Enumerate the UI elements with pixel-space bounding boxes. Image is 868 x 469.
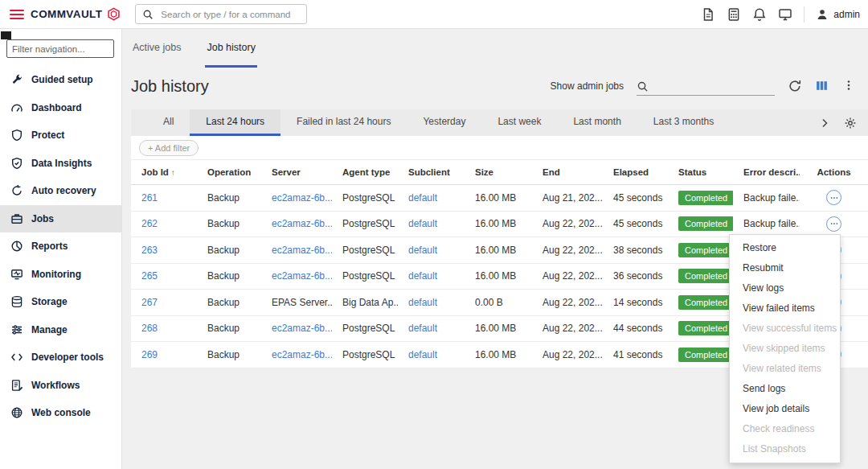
filter-tab-yesterday[interactable]: Yesterday	[407, 109, 481, 136]
error-description-cell: Backup faile...	[733, 218, 800, 229]
job-id-link[interactable]: 262	[141, 218, 158, 229]
add-filter-button[interactable]: + Add filter	[139, 140, 199, 156]
elapsed-cell: 44 seconds	[603, 323, 668, 334]
search-icon	[637, 80, 649, 93]
refresh-icon[interactable]	[788, 79, 802, 93]
column-header-job-id[interactable]: Job Id ↑	[131, 167, 197, 177]
kebab-menu-icon[interactable]	[842, 79, 857, 93]
job-id-link[interactable]: 265	[141, 270, 158, 282]
server-link[interactable]: ec2amaz-6b...	[272, 323, 332, 334]
column-header-subclient[interactable]: Subclient	[398, 167, 465, 177]
server-link[interactable]: ec2amaz-6b...	[272, 270, 332, 282]
sidebar-item-manage[interactable]: Manage	[0, 316, 121, 344]
subclient-link[interactable]: default	[408, 218, 437, 229]
column-header-size[interactable]: Size	[465, 167, 532, 177]
grid-icon[interactable]	[727, 7, 741, 22]
menu-item-resubmit[interactable]: Resubmit	[730, 258, 840, 278]
command-search-input[interactable]	[159, 9, 300, 20]
sidebar-item-web-console[interactable]: Web console	[0, 399, 121, 427]
menu-item-restore[interactable]: Restore	[730, 238, 840, 258]
subclient-link[interactable]: default	[408, 297, 437, 308]
sort-ascending-icon: ↑	[169, 168, 175, 177]
agent-type-cell: PostgreSQL	[332, 349, 398, 360]
job-id-link[interactable]: 261	[141, 192, 158, 204]
size-cell: 16.00 MB	[465, 218, 532, 229]
job-id-link[interactable]: 268	[141, 323, 158, 334]
filter-tab-all[interactable]: All	[147, 109, 190, 136]
command-search[interactable]	[135, 4, 307, 24]
menu-item-view-successful-items: View successful items	[730, 319, 840, 339]
sidebar-item-developer-tools[interactable]: Developer tools	[0, 344, 121, 372]
menu-item-check-readiness: Check readiness	[730, 419, 840, 439]
gear-icon[interactable]	[844, 117, 857, 130]
sidebar-item-label: Guided setup	[31, 74, 93, 85]
agent-type-cell: PostgreSQL	[332, 270, 398, 282]
filter-tab-last-3-months[interactable]: Last 3 months	[637, 109, 730, 136]
shield-icon	[10, 129, 23, 142]
chevron-right-icon[interactable]	[818, 117, 831, 130]
monitor-icon[interactable]	[778, 7, 792, 22]
filter-navigation-input[interactable]	[6, 39, 114, 58]
show-admin-jobs-toggle[interactable]: Show admin jobs	[551, 80, 624, 92]
hamburger-menu-icon[interactable]	[10, 10, 24, 19]
sidebar-item-guided-setup[interactable]: Guided setup	[0, 66, 121, 94]
tab-job-history[interactable]: Job history	[205, 29, 256, 68]
job-id-link[interactable]: 267	[141, 297, 158, 308]
menu-item-view-job-details[interactable]: View job details	[730, 399, 840, 419]
column-header-elapsed[interactable]: Elapsed	[603, 167, 668, 177]
row-actions-button[interactable]	[826, 216, 841, 232]
sidebar-item-workflows[interactable]: Workflows	[0, 372, 121, 400]
sidebar-item-dashboard[interactable]: Dashboard	[0, 94, 121, 122]
filter-tab-last-month[interactable]: Last month	[557, 109, 637, 136]
subclient-link[interactable]: default	[408, 192, 437, 204]
tab-active-jobs[interactable]: Active jobs	[131, 29, 182, 68]
column-header-error-descri[interactable]: Error descri...	[733, 167, 800, 177]
filter-tab-last-24-hours[interactable]: Last 24 hours	[190, 109, 280, 136]
status-badge: Completed	[678, 243, 733, 257]
sidebar-item-reports[interactable]: Reports	[0, 232, 121, 261]
sidebar-item-label: Workflows	[31, 380, 80, 391]
user-menu[interactable]: admin	[816, 8, 860, 21]
column-header-agent-type[interactable]: Agent type	[332, 167, 398, 177]
server-link[interactable]: ec2amaz-6b...	[272, 349, 332, 360]
size-cell: 16.00 MB	[465, 349, 532, 360]
columns-icon[interactable]	[815, 79, 829, 93]
operation-cell: Backup	[197, 349, 261, 360]
job-id-link[interactable]: 269	[141, 349, 158, 360]
menu-item-view-failed-items[interactable]: View failed items	[730, 298, 840, 319]
column-header-server[interactable]: Server	[261, 167, 332, 177]
subclient-link[interactable]: default	[408, 323, 437, 334]
document-icon[interactable]	[701, 7, 715, 22]
filter-tab-last-week[interactable]: Last week	[481, 109, 557, 136]
sidebar-item-monitoring[interactable]: Monitoring	[0, 261, 121, 289]
sidebar-item-label: Web console	[31, 407, 91, 418]
table-row[interactable]: 261Backupec2amaz-6b...PostgreSQLdefault1…	[131, 185, 868, 212]
menu-item-view-logs[interactable]: View logs	[730, 278, 840, 298]
size-cell: 16.00 MB	[465, 192, 532, 204]
server-link[interactable]: ec2amaz-6b...	[272, 192, 332, 204]
sidebar-item-storage[interactable]: Storage	[0, 288, 121, 316]
row-actions-button[interactable]	[826, 190, 841, 205]
search-icon	[142, 9, 154, 20]
subclient-link[interactable]: default	[408, 245, 437, 256]
menu-item-send-logs[interactable]: Send logs	[730, 379, 840, 399]
column-header-status[interactable]: Status	[668, 167, 733, 177]
column-header-actions[interactable]: Actions	[800, 167, 868, 177]
filter-tab-failed-in-last-24-hours[interactable]: Failed in last 24 hours	[280, 109, 407, 136]
commvault-logo[interactable]: COMMVAULT	[31, 7, 121, 21]
sidebar-item-auto-recovery[interactable]: Auto recovery	[0, 177, 121, 205]
subclient-link[interactable]: default	[408, 349, 437, 360]
sidebar-item-data-insights[interactable]: Data Insights	[0, 150, 121, 178]
size-cell: 16.00 MB	[465, 270, 532, 282]
sidebar-item-protect[interactable]: Protect	[0, 121, 121, 150]
server-link[interactable]: ec2amaz-6b...	[272, 218, 332, 229]
table-search-input[interactable]	[637, 76, 775, 96]
server-link[interactable]: ec2amaz-6b...	[272, 245, 332, 256]
column-header-end[interactable]: End	[532, 167, 603, 177]
column-header-operation[interactable]: Operation	[197, 167, 261, 177]
menu-item-view-related-items: View related items	[730, 359, 840, 379]
subclient-link[interactable]: default	[408, 270, 437, 282]
sidebar-item-jobs[interactable]: Jobs	[0, 205, 121, 233]
job-id-link[interactable]: 263	[141, 245, 158, 256]
bell-icon[interactable]	[752, 7, 767, 22]
